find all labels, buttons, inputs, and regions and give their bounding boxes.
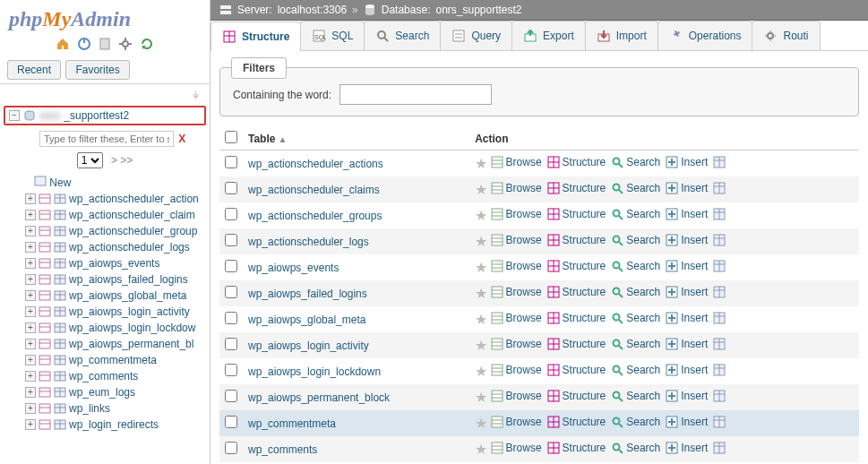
favorite-star-icon[interactable]: ★	[475, 208, 487, 223]
search-action[interactable]: Search	[611, 156, 660, 168]
plus-icon[interactable]: +	[25, 226, 36, 236]
insert-action[interactable]: Insert	[666, 156, 708, 168]
tree-table-link[interactable]: wp_aiowps_failed_logins	[69, 273, 188, 286]
more-icon[interactable]	[713, 416, 726, 428]
table-name-link[interactable]: wp_comments	[248, 443, 317, 456]
favorite-star-icon[interactable]: ★	[475, 182, 487, 197]
filters-word-input[interactable]	[339, 84, 492, 105]
plus-icon[interactable]: +	[25, 419, 36, 430]
structure-action[interactable]: Structure	[547, 442, 606, 454]
table-name-link[interactable]: wp_actionscheduler_groups	[248, 210, 382, 222]
insert-action[interactable]: Insert	[666, 234, 708, 246]
structure-action[interactable]: Structure	[547, 234, 606, 246]
tree-table-item[interactable]: +wp_comments	[4, 368, 206, 384]
nav-tab-search[interactable]: Search	[364, 21, 441, 50]
plus-icon[interactable]: +	[25, 242, 36, 253]
tree-filter-input[interactable]	[39, 131, 174, 147]
structure-action[interactable]: Structure	[547, 208, 606, 220]
plus-icon[interactable]: +	[25, 322, 36, 333]
structure-action[interactable]: Structure	[547, 364, 606, 376]
plus-icon[interactable]: +	[25, 210, 36, 220]
browse-action[interactable]: Browse	[491, 364, 542, 376]
insert-action[interactable]: Insert	[666, 208, 708, 220]
tree-table-link[interactable]: wp_eum_logs	[69, 386, 135, 399]
tree-table-item[interactable]: +wp_commentmeta	[4, 352, 206, 368]
insert-action[interactable]: Insert	[666, 416, 708, 428]
more-icon[interactable]	[713, 182, 726, 194]
nav-tab-query[interactable]: Query	[440, 21, 512, 50]
structure-action[interactable]: Structure	[547, 312, 606, 324]
tree-table-item[interactable]: +wp_login_redirects	[4, 417, 206, 433]
browse-action[interactable]: Browse	[491, 182, 542, 194]
tree-table-link[interactable]: wp_login_redirects	[69, 418, 159, 431]
favorite-star-icon[interactable]: ★	[475, 260, 487, 275]
more-icon[interactable]	[713, 338, 726, 350]
favorite-star-icon[interactable]: ★	[475, 338, 487, 353]
plus-icon[interactable]: +	[25, 387, 36, 398]
tree-table-item[interactable]: +wp_aiowps_failed_logins	[4, 271, 206, 288]
row-checkbox[interactable]	[225, 156, 237, 168]
table-struct-icon[interactable]	[39, 226, 51, 236]
favorite-star-icon[interactable]: ★	[475, 390, 487, 405]
check-all[interactable]	[225, 131, 237, 143]
tree-table-item[interactable]: +wp_actionscheduler_claim	[4, 207, 206, 223]
tree-table-link[interactable]: wp_actionscheduler_group	[69, 225, 197, 237]
table-name-link[interactable]: wp_aiowps_events	[248, 262, 339, 274]
row-checkbox[interactable]	[225, 416, 237, 428]
more-icon[interactable]	[713, 156, 726, 168]
more-icon[interactable]	[713, 442, 726, 454]
more-icon[interactable]	[713, 390, 726, 402]
favorite-star-icon[interactable]: ★	[475, 286, 487, 301]
favorite-star-icon[interactable]: ★	[475, 156, 487, 171]
table-struct-icon[interactable]	[39, 371, 51, 382]
row-checkbox[interactable]	[225, 312, 237, 324]
structure-action[interactable]: Structure	[547, 286, 606, 298]
insert-action[interactable]: Insert	[666, 286, 708, 298]
row-checkbox[interactable]	[225, 338, 237, 350]
plus-icon[interactable]: +	[25, 290, 36, 301]
structure-action[interactable]: Structure	[547, 416, 606, 428]
browse-action[interactable]: Browse	[491, 156, 542, 168]
tree-table-item[interactable]: +wp_actionscheduler_action	[4, 191, 206, 207]
plus-icon[interactable]: +	[25, 306, 36, 317]
table-name-link[interactable]: wp_aiowps_failed_logins	[248, 288, 367, 300]
col-table[interactable]: Table▲	[243, 127, 469, 150]
row-checkbox[interactable]	[225, 182, 237, 194]
search-action[interactable]: Search	[611, 260, 660, 272]
bc-db-link[interactable]: onrs_supporttest2	[435, 4, 521, 16]
browse-action[interactable]: Browse	[491, 442, 542, 454]
insert-action[interactable]: Insert	[666, 338, 708, 350]
structure-action[interactable]: Structure	[547, 338, 606, 350]
clear-filter-icon[interactable]: X	[178, 133, 185, 145]
tree-table-link[interactable]: wp_comments	[69, 370, 138, 382]
tree-table-item[interactable]: +wp_actionscheduler_logs	[4, 239, 206, 255]
tree-table-item[interactable]: +wp_aiowps_global_meta	[4, 288, 206, 304]
nav-tab-structure[interactable]: Structure	[211, 21, 301, 51]
new-link[interactable]: New	[49, 176, 71, 189]
browse-action[interactable]: Browse	[491, 208, 542, 220]
tree-table-link[interactable]: wp_actionscheduler_claim	[69, 209, 195, 221]
tree-table-item[interactable]: +wp_aiowps_login_activity	[4, 304, 206, 320]
table-name-link[interactable]: wp_aiowps_login_activity	[248, 339, 369, 352]
search-action[interactable]: Search	[611, 364, 660, 376]
structure-action[interactable]: Structure	[547, 390, 606, 402]
tree-table-link[interactable]: wp_actionscheduler_action	[69, 193, 199, 205]
more-icon[interactable]	[713, 286, 726, 298]
page-select[interactable]: 1	[77, 152, 103, 168]
tree-db-selected[interactable]: − onrs_supporttest2	[4, 106, 206, 125]
insert-action[interactable]: Insert	[666, 260, 708, 272]
row-checkbox[interactable]	[225, 390, 237, 402]
more-icon[interactable]	[713, 208, 726, 220]
favorite-star-icon[interactable]: ★	[475, 416, 487, 431]
plus-icon[interactable]: +	[25, 403, 36, 414]
more-icon[interactable]	[713, 234, 726, 246]
table-name-link[interactable]: wp_actionscheduler_claims	[248, 184, 380, 196]
tree-table-link[interactable]: wp_aiowps_login_activity	[69, 305, 190, 318]
plus-icon[interactable]: +	[25, 339, 36, 349]
browse-action[interactable]: Browse	[491, 260, 542, 272]
table-struct-icon[interactable]	[39, 274, 51, 285]
docs-icon[interactable]	[98, 37, 112, 51]
table-struct-icon[interactable]	[39, 339, 51, 349]
search-action[interactable]: Search	[611, 416, 660, 428]
browse-action[interactable]: Browse	[491, 312, 542, 324]
